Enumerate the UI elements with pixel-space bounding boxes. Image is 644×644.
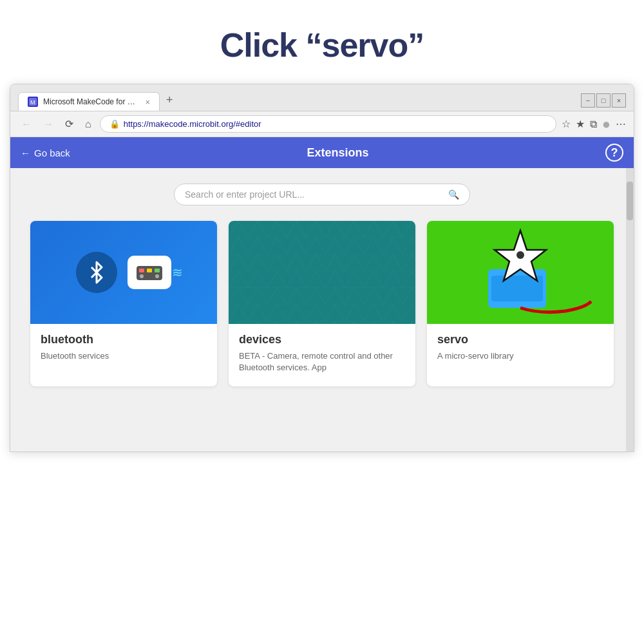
scrollbar-thumb[interactable] bbox=[627, 182, 633, 220]
search-box[interactable]: Search or enter project URL... 🔍 bbox=[174, 184, 470, 205]
extensions-grid: ≋ bluetooth Bluetooth services bbox=[23, 221, 621, 386]
browser-tab[interactable]: M Microsoft MakeCode for microb × bbox=[18, 92, 160, 111]
go-back-button[interactable]: ← Go back bbox=[21, 147, 70, 158]
svg-point-13 bbox=[516, 251, 524, 259]
tab-bar: M Microsoft MakeCode for microb × + bbox=[18, 90, 578, 111]
bluetooth-card-image: ≋ bbox=[30, 221, 217, 324]
go-back-label: Go back bbox=[34, 147, 70, 158]
tab-close-button[interactable]: × bbox=[145, 97, 150, 107]
servo-card-body: servo A micro-servo library bbox=[427, 324, 614, 375]
star-icon[interactable]: ☆ bbox=[562, 118, 571, 130]
svg-rect-9 bbox=[229, 221, 415, 324]
lock-icon: 🔒 bbox=[109, 119, 120, 129]
bluetooth-card-title: bluetooth bbox=[41, 333, 207, 346]
more-menu-icon[interactable]: ⋯ bbox=[616, 118, 626, 130]
window-controls: − □ × bbox=[581, 93, 626, 108]
back-arrow-icon: ← bbox=[21, 147, 30, 158]
address-bar: ← → ⟳ ⌂ 🔒 https://makecode.microbit.org/… bbox=[10, 111, 634, 137]
maximize-button[interactable]: □ bbox=[596, 93, 611, 108]
share-icon[interactable]: ⧉ bbox=[590, 118, 597, 130]
title-bar: M Microsoft MakeCode for microb × + − □ … bbox=[10, 84, 634, 111]
back-button[interactable]: ← bbox=[18, 117, 35, 131]
bluetooth-card-body: bluetooth Bluetooth services bbox=[30, 324, 217, 375]
servo-card-title: servo bbox=[437, 333, 603, 346]
devices-card-title: devices bbox=[239, 333, 405, 346]
search-icon: 🔍 bbox=[448, 189, 459, 200]
refresh-button[interactable]: ⟳ bbox=[62, 117, 77, 131]
devices-card[interactable]: devices BETA - Camera, remote control an… bbox=[229, 221, 415, 386]
minimize-button[interactable]: − bbox=[581, 93, 595, 108]
svg-text:M: M bbox=[30, 99, 35, 106]
scrollbar[interactable] bbox=[626, 168, 634, 451]
bluetooth-card[interactable]: ≋ bluetooth Bluetooth services bbox=[30, 221, 217, 386]
instruction-text: Click “servo” bbox=[0, 0, 644, 84]
address-bar-actions: ☆ ★ ⧉ ● ⋯ bbox=[562, 116, 626, 133]
search-placeholder: Search or enter project URL... bbox=[185, 189, 443, 200]
help-button[interactable]: ? bbox=[605, 144, 623, 162]
url-bar[interactable]: 🔒 https://makecode.microbit.org/#editor bbox=[100, 115, 556, 133]
tab-title: Microsoft MakeCode for microb bbox=[43, 97, 140, 106]
content-area: Search or enter project URL... 🔍 bbox=[10, 168, 634, 451]
search-row: Search or enter project URL... 🔍 bbox=[23, 184, 621, 205]
forward-button[interactable]: → bbox=[40, 117, 57, 131]
tab-favicon: M bbox=[28, 97, 38, 107]
svg-rect-4 bbox=[147, 269, 152, 272]
close-button[interactable]: × bbox=[612, 93, 626, 108]
url-text: https://makecode.microbit.org/#editor bbox=[124, 119, 547, 129]
favorites-icon[interactable]: ★ bbox=[576, 118, 585, 130]
devices-card-desc: BETA - Camera, remote control and other … bbox=[239, 350, 405, 374]
servo-card-image bbox=[427, 221, 614, 324]
profile-icon[interactable]: ● bbox=[602, 116, 611, 133]
app-bar: ← Go back Extensions ? bbox=[10, 137, 634, 168]
bluetooth-card-desc: Bluetooth services bbox=[41, 350, 207, 362]
servo-card-desc: A micro-servo library bbox=[437, 350, 603, 362]
extensions-title: Extensions bbox=[70, 146, 605, 160]
browser-window: M Microsoft MakeCode for microb × + − □ … bbox=[10, 84, 634, 452]
svg-rect-2 bbox=[137, 266, 162, 280]
new-tab-button[interactable]: + bbox=[160, 90, 180, 111]
svg-point-6 bbox=[140, 274, 144, 278]
devices-card-image bbox=[229, 221, 415, 324]
svg-point-7 bbox=[155, 274, 159, 278]
servo-card[interactable]: servo A micro-servo library bbox=[427, 221, 614, 386]
svg-rect-3 bbox=[139, 269, 144, 272]
home-button[interactable]: ⌂ bbox=[82, 117, 95, 131]
svg-rect-5 bbox=[155, 269, 160, 272]
devices-card-body: devices BETA - Camera, remote control an… bbox=[229, 324, 415, 386]
